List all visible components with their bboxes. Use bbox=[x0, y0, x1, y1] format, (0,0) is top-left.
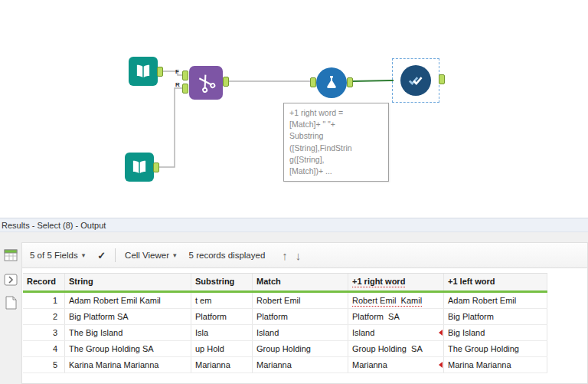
replace-anchor-label: R bbox=[175, 82, 180, 88]
tool-annotation[interactable]: +1 right word = [Match]+ " "+ Substring … bbox=[283, 103, 389, 182]
results-table: RecordStringSubstringMatch+1 right word+… bbox=[23, 273, 547, 373]
table-cell[interactable]: t em bbox=[191, 293, 253, 308]
table-cell[interactable]: Island bbox=[253, 325, 348, 340]
table-cell[interactable]: Marianna bbox=[191, 357, 253, 373]
output-anchor[interactable] bbox=[347, 77, 353, 87]
open-book-icon bbox=[133, 61, 153, 81]
table-cell[interactable]: Robert Emil bbox=[253, 293, 348, 308]
table-cell[interactable]: Platform SA bbox=[348, 309, 444, 324]
table-cell[interactable]: Group Holding bbox=[253, 341, 348, 356]
input-anchor[interactable] bbox=[310, 77, 316, 87]
up-arrow-icon[interactable]: ↑ bbox=[282, 249, 288, 262]
table-cell[interactable]: Big Platform SA bbox=[65, 309, 191, 324]
scissors-icon bbox=[191, 68, 220, 97]
table-cell[interactable]: Marianna bbox=[253, 357, 348, 373]
table-cell[interactable]: The Group Holding bbox=[444, 341, 547, 356]
table-cell[interactable]: Platform bbox=[253, 309, 348, 324]
chevron-down-icon: ▾ bbox=[82, 251, 86, 259]
column-header-record[interactable]: Record bbox=[23, 274, 65, 290]
results-pane-title: Results - Select (8) - Output bbox=[0, 218, 588, 232]
table-cell[interactable]: 2 bbox=[23, 309, 65, 324]
document-view-icon[interactable] bbox=[2, 294, 19, 311]
table-cell[interactable]: Marina Marianna bbox=[444, 357, 547, 373]
output-anchor[interactable] bbox=[157, 67, 163, 77]
double-check-icon bbox=[406, 71, 426, 90]
table-body: 1Adam Robert Emil Kamilt emRobert EmilRo… bbox=[23, 293, 547, 373]
fields-dropdown[interactable]: 5 of 5 Fields ▾ bbox=[30, 251, 85, 260]
table-header-row: RecordStringSubstringMatch+1 right word+… bbox=[23, 273, 547, 293]
column-header-string[interactable]: String bbox=[65, 274, 191, 290]
table-cell[interactable]: Big Platform bbox=[444, 309, 547, 324]
table-cell[interactable]: Isla bbox=[191, 325, 253, 340]
text-input-tool-1[interactable] bbox=[129, 57, 158, 86]
table-cell[interactable]: Robert Emil Kamil bbox=[348, 293, 444, 308]
table-cell[interactable]: 3 bbox=[23, 325, 65, 340]
down-arrow-icon[interactable]: ↓ bbox=[296, 249, 302, 262]
table-cell[interactable]: Adam Robert Emil Kamil bbox=[65, 293, 191, 308]
find-anchor-label: F bbox=[175, 69, 179, 75]
table-cell[interactable]: Group Holding SA bbox=[348, 341, 444, 356]
column-header--1-left-word[interactable]: +1 left word bbox=[444, 274, 547, 290]
table-cell[interactable]: Island bbox=[348, 325, 444, 340]
table-cell[interactable]: The Group Holding SA bbox=[65, 341, 191, 356]
expand-panel-icon[interactable] bbox=[2, 271, 19, 288]
cell-viewer-dropdown[interactable]: Cell Viewer ▾ bbox=[125, 251, 176, 260]
table-cell[interactable]: up Hold bbox=[191, 341, 253, 356]
table-cell[interactable]: Marianna bbox=[348, 357, 444, 373]
table-row: 5Karina Marina MariannaMariannaMariannaM… bbox=[23, 357, 547, 373]
formula-tool[interactable] bbox=[316, 67, 347, 98]
table-cell[interactable]: The Big Island bbox=[65, 325, 191, 340]
column-header-substring[interactable]: Substring bbox=[191, 274, 253, 290]
table-cell[interactable]: Karina Marina Marianna bbox=[65, 357, 191, 373]
find-replace-tool[interactable] bbox=[189, 66, 223, 100]
results-left-strip bbox=[0, 242, 21, 384]
table-cell[interactable]: Platform bbox=[191, 309, 253, 324]
table-cell[interactable]: 1 bbox=[23, 293, 65, 308]
output-anchor[interactable] bbox=[153, 162, 159, 172]
column-header-match[interactable]: Match bbox=[253, 274, 348, 290]
fields-dropdown-label: 5 of 5 Fields bbox=[30, 251, 78, 260]
replace-input-anchor[interactable] bbox=[182, 84, 188, 94]
table-row: 4The Group Holding SAup HoldGroup Holdin… bbox=[23, 341, 547, 357]
flask-icon bbox=[322, 74, 341, 92]
table-row: 1Adam Robert Emil Kamilt emRobert EmilRo… bbox=[23, 293, 547, 309]
table-row: 3The Big IslandIslaIslandIslandBig Islan… bbox=[23, 325, 547, 341]
table-cell[interactable]: 5 bbox=[23, 357, 65, 373]
grid-view-icon[interactable] bbox=[2, 247, 19, 264]
table-cell[interactable]: Big Island bbox=[444, 325, 547, 340]
toolbar-separator bbox=[115, 248, 116, 262]
select-tool[interactable] bbox=[400, 65, 431, 96]
results-panel: 5 of 5 Fields ▾ ✓ Cell Viewer ▾ 5 record… bbox=[21, 242, 588, 384]
workflow-canvas[interactable]: F R +1 right word = [Match]+ " "+ Substr… bbox=[0, 0, 588, 218]
records-displayed-text: 5 records displayed bbox=[189, 251, 266, 260]
table-row: 2Big Platform SAPlatformPlatformPlatform… bbox=[23, 309, 547, 325]
chevron-down-icon: ▾ bbox=[173, 251, 177, 259]
cell-viewer-label: Cell Viewer bbox=[125, 251, 169, 260]
results-toolbar: 5 of 5 Fields ▾ ✓ Cell Viewer ▾ 5 record… bbox=[22, 243, 587, 268]
open-book-icon bbox=[129, 157, 149, 177]
table-cell[interactable]: 4 bbox=[23, 341, 65, 356]
text-input-tool-2[interactable] bbox=[125, 153, 154, 182]
check-icon[interactable]: ✓ bbox=[97, 250, 106, 261]
output-anchor[interactable] bbox=[439, 74, 445, 84]
output-anchor[interactable] bbox=[223, 77, 229, 87]
table-cell[interactable]: Adam Robert Emil bbox=[444, 293, 547, 308]
column-header--1-right-word[interactable]: +1 right word bbox=[348, 274, 444, 290]
find-input-anchor[interactable] bbox=[182, 71, 188, 80]
